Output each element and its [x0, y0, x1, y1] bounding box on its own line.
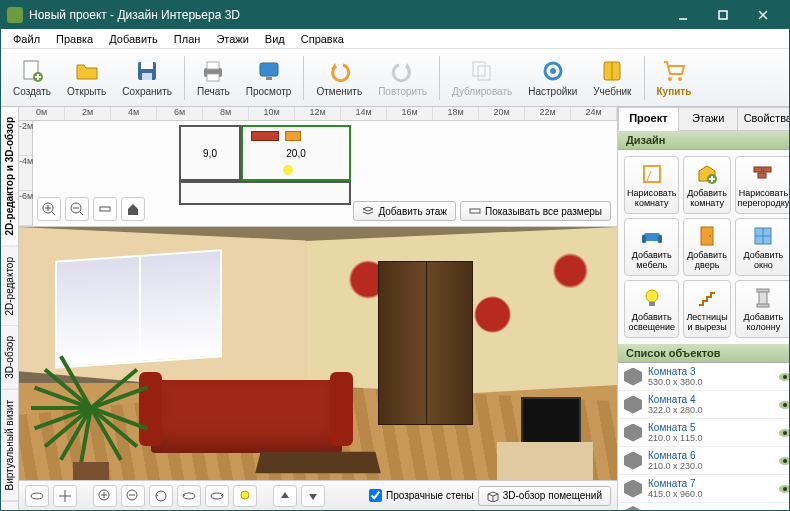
create-button[interactable]: Создать	[5, 52, 59, 104]
add-column-button[interactable]: Добавить колонну	[735, 280, 789, 338]
sofa-3d[interactable]	[151, 380, 342, 454]
zoom-out-3d-button[interactable]	[121, 485, 145, 507]
svg-rect-43	[644, 166, 660, 182]
duplicate-icon	[469, 58, 495, 84]
zoom-in-button[interactable]	[37, 197, 61, 221]
tab-2d-editor[interactable]: 2D-редактор	[1, 247, 18, 327]
tab-2d-3d-combo[interactable]: 2D-редактор и 3D-обзор	[1, 107, 18, 247]
tab-floors[interactable]: Этажи	[679, 107, 739, 131]
redo-icon	[390, 58, 416, 84]
3d-view[interactable]: Прозрачные стены 3D-обзор помещений	[19, 227, 617, 510]
undo-button[interactable]: Отменить	[308, 52, 370, 104]
orbit-left-button[interactable]	[177, 485, 201, 507]
tutorial-button[interactable]: Учебник	[585, 52, 639, 104]
menu-floors[interactable]: Этажи	[208, 31, 256, 47]
transparent-walls-checkbox[interactable]: Прозрачные стены	[369, 489, 474, 502]
menubar: Файл Правка Добавить План Этажи Вид Спра…	[1, 29, 789, 49]
minimize-button[interactable]	[663, 1, 703, 29]
print-button[interactable]: Печать	[189, 52, 238, 104]
toolbar-separator	[184, 56, 185, 100]
list-item[interactable]: Газовая плита	[618, 503, 789, 510]
show-dimensions-button[interactable]: Показывать все размеры	[460, 201, 611, 221]
add-furniture-button[interactable]: Добавить мебель	[624, 218, 679, 276]
add-window-button[interactable]: Добавить окно	[735, 218, 789, 276]
stairs-icon	[695, 286, 719, 310]
draw-room-button[interactable]: Нарисовать комнату	[624, 156, 679, 214]
tab-3d-view[interactable]: 3D-обзор	[1, 326, 18, 390]
menu-help[interactable]: Справка	[293, 31, 352, 47]
3d-scene[interactable]	[19, 227, 617, 510]
furniture-item[interactable]	[251, 131, 279, 141]
toolbar-separator	[439, 56, 440, 100]
orbit-right-button[interactable]	[205, 485, 229, 507]
svg-rect-59	[649, 302, 655, 306]
tv-3d[interactable]	[521, 397, 581, 448]
tab-project[interactable]: Проект	[618, 107, 679, 131]
maximize-button[interactable]	[703, 1, 743, 29]
menu-view[interactable]: Вид	[257, 31, 293, 47]
camera-up-button[interactable]	[273, 485, 297, 507]
add-floor-button[interactable]: Добавить этаж	[353, 201, 456, 221]
visibility-icon[interactable]	[778, 372, 789, 382]
light-toggle-button[interactable]	[233, 485, 257, 507]
redo-button[interactable]: Повторить	[370, 52, 435, 104]
rotate-360-button[interactable]	[25, 485, 49, 507]
visibility-icon[interactable]	[778, 400, 789, 410]
list-item[interactable]: Комната 4322.0 x 280.0	[618, 391, 789, 419]
zoom-in-3d-button[interactable]	[93, 485, 117, 507]
draw-room-icon	[640, 162, 664, 186]
close-button[interactable]	[743, 1, 783, 29]
svg-point-66	[783, 403, 787, 407]
open-button[interactable]: Открыть	[59, 52, 114, 104]
add-lighting-button[interactable]: Добавить освещение	[624, 280, 679, 338]
list-item[interactable]: Комната 6210.0 x 230.0	[618, 447, 789, 475]
window-icon	[751, 224, 775, 248]
svg-point-54	[709, 235, 711, 237]
room-2-selected[interactable]: 20,0	[241, 125, 351, 181]
pan-button[interactable]	[53, 485, 77, 507]
tab-properties[interactable]: Свойства	[738, 107, 789, 131]
room-3[interactable]	[179, 181, 351, 205]
menu-plan[interactable]: План	[166, 31, 209, 47]
wardrobe-3d[interactable]	[378, 261, 474, 425]
svg-rect-62	[757, 304, 769, 307]
preview-button[interactable]: Просмотр	[238, 52, 300, 104]
list-item[interactable]: Комната 5210.0 x 115.0	[618, 419, 789, 447]
menu-edit[interactable]: Правка	[48, 31, 101, 47]
home-button[interactable]	[121, 197, 145, 221]
svg-rect-61	[757, 289, 769, 292]
zoom-out-button[interactable]	[65, 197, 89, 221]
visibility-icon[interactable]	[778, 456, 789, 466]
plan-view[interactable]: 0м2м4м6м8м10м12м14м16м18м20м22м24м -2м-4…	[19, 107, 617, 227]
add-stairs-button[interactable]: Лестницы и вырезы	[683, 280, 730, 338]
svg-rect-47	[754, 167, 762, 172]
reset-view-button[interactable]	[149, 485, 173, 507]
measure-button[interactable]	[93, 197, 117, 221]
coffee-table-3d[interactable]	[255, 452, 380, 474]
buy-button[interactable]: Купить	[649, 52, 700, 104]
menu-file[interactable]: Файл	[5, 31, 48, 47]
draw-partition-button[interactable]: Нарисовать перегородку	[735, 156, 789, 214]
tv-stand-3d[interactable]	[497, 442, 593, 482]
visibility-icon[interactable]	[778, 428, 789, 438]
add-room-button[interactable]: Добавить комнату	[683, 156, 730, 214]
svg-point-68	[783, 431, 787, 435]
left-tabs: 2D-редактор и 3D-обзор 2D-редактор 3D-об…	[1, 107, 19, 510]
light-marker-icon[interactable]	[283, 165, 293, 175]
object-list[interactable]: Комната 3530.0 x 380.0 Комната 4322.0 x …	[618, 363, 789, 510]
duplicate-button[interactable]: Дублировать	[444, 52, 520, 104]
tab-virtual-visit[interactable]: Виртуальный визит	[1, 390, 18, 502]
room-1[interactable]: 9,0	[179, 125, 241, 181]
furniture-item[interactable]	[285, 131, 301, 141]
plant-3d[interactable]	[31, 346, 151, 488]
visibility-icon[interactable]	[778, 484, 789, 494]
add-door-button[interactable]: Добавить дверь	[683, 218, 730, 276]
list-item[interactable]: Комната 7415.0 x 960.0	[618, 475, 789, 503]
list-item[interactable]: Комната 3530.0 x 380.0	[618, 363, 789, 391]
save-button[interactable]: Сохранить	[114, 52, 180, 104]
camera-down-button[interactable]	[301, 485, 325, 507]
menu-add[interactable]: Добавить	[101, 31, 166, 47]
dimensions-icon	[469, 205, 481, 217]
3d-overview-button[interactable]: 3D-обзор помещений	[478, 486, 611, 506]
settings-button[interactable]: Настройки	[520, 52, 585, 104]
